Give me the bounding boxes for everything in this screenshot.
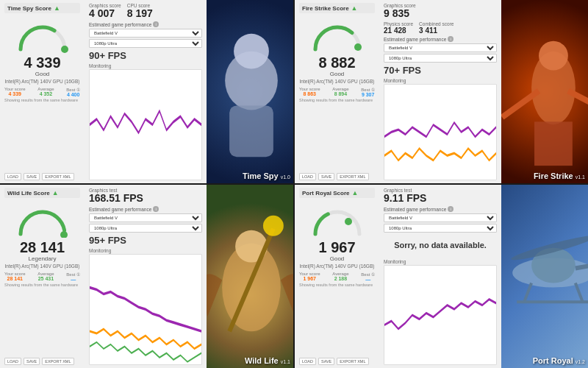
middle-section-firestrike: Graphics score 9 835 Physics score 21 42…: [379, 0, 501, 183]
scores-row-portroyal: Graphics test 9.11 FPS: [384, 188, 497, 204]
gauge-svg-timespy: [13, 16, 72, 53]
save-btn-portroyal[interactable]: SAVE: [318, 358, 334, 365]
stats-row-wildlife: Your score 28 141 Average 25 431 Best ① …: [4, 272, 80, 282]
stat-best-firestrike: Best ① 9 307: [361, 87, 375, 97]
svg-point-8: [539, 41, 568, 71]
image-portroyal: Port Royal v1.2: [501, 185, 588, 368]
stat-your-portroyal: Your score 1 967: [299, 272, 320, 282]
action-buttons-timespy: LOAD SAVE EXPORT XML: [4, 173, 80, 180]
gpu-info-portroyal: Intel(R) Arc(TM) 140V GPU (16GB): [299, 263, 375, 269]
game-select-timespy[interactable]: Battlefield V Cyberpunk 2077: [89, 29, 202, 38]
scores-row-timespy: Graphics score 4 007 CPU score 8 197: [89, 3, 202, 19]
score-title-portroyal: Port Royal Score ▲: [299, 188, 375, 198]
score-value-portroyal: 1 967: [299, 240, 375, 255]
info-icon-portroyal[interactable]: i: [448, 206, 453, 212]
left-section-wildlife: Wild Life Score ▲ 28 141 Legendary Intel…: [0, 185, 85, 368]
quality-select-portroyal[interactable]: 1080p Ultra: [384, 224, 497, 233]
graphics-test-wildlife: Graphics test 168.51 FPS: [89, 188, 143, 204]
fps-display-timespy: 90+ FPS: [89, 50, 202, 61]
scores-row-firestrike: Graphics score 9 835: [384, 3, 497, 19]
cpu-score-timespy: CPU score 8 197: [127, 3, 153, 19]
score-rating-firestrike: Good: [299, 71, 375, 77]
arrow-icon-firestrike: ▲: [351, 4, 358, 12]
graphics-test-portroyal: Graphics test 9.11 FPS: [384, 188, 426, 204]
score-value-firestrike: 8 882: [299, 55, 375, 70]
game-select-firestrike[interactable]: Battlefield V: [384, 43, 497, 52]
showing-results-wildlife: Showing results from the same hardware: [4, 283, 80, 287]
showing-results-portroyal: Showing results from the same hardware: [299, 283, 375, 287]
gpu-info-firestrike: Intel(R) Arc(TM) 140V GPU (16GB): [299, 79, 375, 85]
stat-avg-wildlife: Average 25 431: [37, 272, 54, 282]
stats-row-firestrike: Your score 8 863 Average 8 894 Best ① 9 …: [299, 87, 375, 97]
benchmark-label-portroyal: Port Royal v1.2: [533, 356, 585, 365]
svg-point-17: [263, 216, 284, 236]
quality-select-timespy[interactable]: 1080p Ultra 1440p Ultra: [89, 39, 202, 48]
stat-your-timespy: Your score 4 339: [4, 87, 25, 97]
svg-point-5: [354, 43, 362, 51]
left-section-firestrike: Fire Strike Score ▲ 8 882 Good Intel(R) …: [295, 0, 379, 183]
no-data-portroyal: Sorry, no data available.: [384, 234, 497, 257]
load-btn-firestrike[interactable]: LOAD: [299, 173, 316, 180]
benchmark-label-wildlife: Wild Life v1.1: [245, 356, 290, 365]
gauge-portroyal: [299, 201, 375, 238]
svg-point-0: [61, 46, 68, 53]
save-btn-timespy[interactable]: SAVE: [24, 173, 40, 180]
gauge-firestrike: [299, 16, 375, 53]
combined-score-firestrike: Combined score 3 411: [419, 21, 453, 35]
gauge-timespy: [4, 16, 80, 53]
graphics-score-timespy: Graphics score 4 007: [89, 3, 121, 19]
gauge-svg-wildlife: [13, 201, 72, 238]
export-btn-timespy[interactable]: EXPORT XML: [42, 173, 74, 180]
info-icon-firestrike[interactable]: i: [448, 36, 453, 42]
stat-best-wildlife: Best ① —: [66, 272, 80, 282]
scores-row-wildlife: Graphics test 168.51 FPS: [89, 188, 202, 204]
action-buttons-portroyal: LOAD SAVE EXPORT XML: [299, 358, 375, 365]
chart-timespy: [89, 69, 202, 180]
action-buttons-firestrike: LOAD SAVE EXPORT XML: [299, 173, 375, 180]
left-section-portroyal: Port Royal Score ▲ 1 967 Good Intel(R) A…: [295, 185, 379, 368]
load-btn-timespy[interactable]: LOAD: [4, 173, 21, 180]
monitoring-label-wildlife: Monitoring: [89, 248, 202, 253]
game-select-wildlife[interactable]: Battlefield V: [89, 213, 202, 222]
info-icon-wildlife[interactable]: i: [153, 206, 159, 212]
gauge-svg-portroyal: [308, 201, 367, 238]
svg-rect-11: [534, 121, 573, 166]
export-btn-firestrike[interactable]: EXPORT XML: [337, 173, 368, 180]
panel-wildlife: Wild Life Score ▲ 28 141 Legendary Intel…: [0, 185, 293, 368]
load-btn-portroyal[interactable]: LOAD: [299, 358, 316, 365]
image-timespy: Time Spy v1.0: [207, 0, 293, 183]
load-btn-wildlife[interactable]: LOAD: [4, 358, 21, 365]
score-title-wildlife: Wild Life Score ▲: [4, 188, 80, 198]
stat-your-wildlife: Your score 28 141: [4, 272, 25, 282]
stat-your-firestrike: Your score 8 863: [299, 87, 320, 97]
image-wildlife: Wild Life v1.1: [207, 185, 293, 368]
fps-display-firestrike: 70+ FPS: [384, 65, 497, 76]
export-btn-wildlife[interactable]: EXPORT XML: [42, 358, 74, 365]
save-btn-wildlife[interactable]: SAVE: [24, 358, 40, 365]
info-icon-timespy[interactable]: i: [153, 21, 159, 27]
export-btn-portroyal[interactable]: EXPORT XML: [337, 358, 368, 365]
save-btn-firestrike[interactable]: SAVE: [318, 173, 334, 180]
game-select-portroyal[interactable]: Battlefield V: [384, 213, 497, 222]
quality-select-firestrike[interactable]: 1080p Ultra: [384, 54, 497, 63]
stat-best-timespy: Best ① 4 400: [66, 87, 80, 97]
score-rating-portroyal: Good: [299, 255, 375, 262]
score-rating-wildlife: Legendary: [4, 255, 80, 262]
estimated-label-wildlife: Estimated game performance i: [89, 206, 202, 212]
quality-select-wildlife[interactable]: 1080p Ultra: [89, 224, 202, 233]
score-value-wildlife: 28 141: [4, 240, 80, 255]
action-buttons-wildlife: LOAD SAVE EXPORT XML: [4, 358, 80, 365]
stats-row-portroyal: Your score 1 967 Average 2 188 Best ① —: [299, 272, 375, 282]
benchmark-label-timespy: Time Spy v1.0: [243, 171, 290, 180]
physics-score-firestrike: Physics score 21 428: [384, 21, 413, 35]
monitoring-label-portroyal: Monitoring: [384, 259, 497, 264]
gauge-svg-firestrike: [308, 16, 367, 53]
score-title-firestrike: Fire Strike Score ▲: [299, 3, 375, 13]
graphics-score-firestrike: Graphics score 9 835: [384, 3, 416, 19]
stats-row-timespy: Your score 4 339 Average 4 352 Best ① 4 …: [4, 87, 80, 97]
stat-avg-portroyal: Average 2 188: [332, 272, 348, 282]
arrow-icon-wildlife: ▲: [52, 189, 59, 197]
svg-point-12: [60, 231, 68, 238]
stat-avg-firestrike: Average 8 894: [332, 87, 348, 97]
middle-section-portroyal: Graphics test 9.11 FPS Estimated game pe…: [379, 185, 501, 368]
